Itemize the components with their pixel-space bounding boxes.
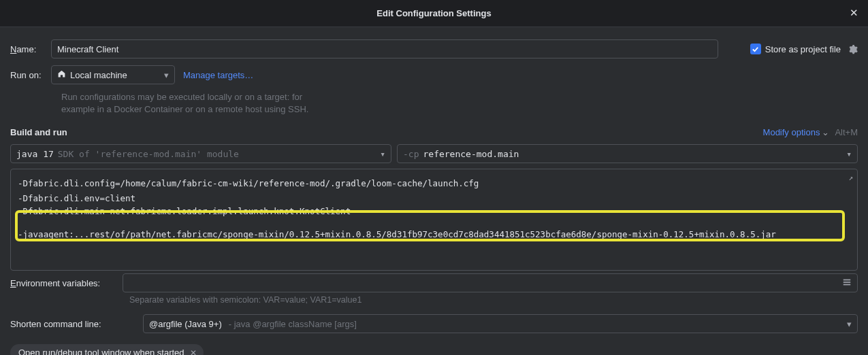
shorten-placeholder: - java @argfile className [args]: [229, 319, 357, 329]
shorten-value: @argfile (Java 9+): [149, 319, 222, 329]
list-icon[interactable]: [842, 277, 852, 289]
chip-label: Open run/debug tool window when started: [18, 348, 184, 355]
store-as-project-label: Store as project file: [765, 44, 841, 54]
chevron-down-icon: ▾: [847, 319, 852, 329]
env-label: Environment variables:: [10, 278, 116, 288]
shorten-select[interactable]: @argfile (Java 9+) - java @argfile class…: [143, 314, 858, 333]
classpath-select[interactable]: -cp reference-mod.main ▾: [397, 144, 858, 163]
modify-options-link[interactable]: Modify options ⌄: [763, 127, 830, 137]
svg-rect-2: [843, 284, 851, 285]
cp-value: reference-mod.main: [423, 149, 519, 159]
chevron-down-icon: ▾: [164, 70, 169, 80]
vmopt-line-highlighted: -javaagent:...rest/of/path/net.fabricmc/…: [18, 227, 850, 242]
env-row: Environment variables:: [10, 273, 858, 292]
cp-prefix: -cp: [403, 149, 419, 159]
runon-row: Run on: Local machine ▾ Manage targets…: [10, 65, 858, 84]
dialog-title: Edit Configuration Settings: [376, 8, 491, 18]
name-input[interactable]: [51, 39, 718, 58]
env-hint: Separate variables with semicolon: VAR=v…: [129, 295, 858, 305]
sdk-select[interactable]: java 17 SDK of 'reference-mod.main' modu…: [10, 144, 391, 163]
name-row: Name: Store as project file: [10, 39, 858, 58]
runon-label: Run on:: [10, 70, 51, 80]
chevron-down-icon: ⌄: [822, 127, 829, 137]
shorten-label: Shorten command line:: [10, 319, 136, 329]
modify-shortcut: Alt+M: [835, 127, 858, 137]
vm-options-textarea[interactable]: ↗ -Dfabric.dli.config=/home/calum/fabric…: [10, 169, 858, 271]
expand-icon[interactable]: ↗: [848, 173, 853, 182]
manage-targets-link[interactable]: Manage targets…: [183, 70, 253, 80]
close-icon[interactable]: ✕: [850, 7, 858, 19]
chevron-down-icon: ▾: [380, 149, 385, 159]
option-chip-open-tool-window[interactable]: Open run/debug tool window when started …: [10, 344, 204, 355]
sdk-placeholder: SDK of 'reference-mod.main' module: [58, 149, 239, 159]
sdk-name: java 17: [16, 149, 54, 159]
name-label: Name:: [10, 44, 51, 54]
env-input[interactable]: [123, 273, 858, 292]
chevron-down-icon: ▾: [846, 149, 852, 159]
shorten-row: Shorten command line: @argfile (Java 9+)…: [10, 314, 858, 333]
store-as-project-checkbox[interactable]: [750, 44, 761, 54]
vmopt-line: -Dfabric.dli.main=net.fabricmc.loader.im…: [18, 204, 850, 219]
runon-value: Local machine: [70, 70, 127, 80]
titlebar: Edit Configuration Settings ✕: [0, 0, 868, 27]
runon-hint: Run configurations may be executed local…: [61, 91, 334, 115]
vmopt-line: -Dfabric.dli.config=/home/calum/fabric-c…: [18, 176, 850, 191]
chip-close-icon[interactable]: ✕: [190, 348, 197, 355]
build-run-header: Build and run Modify options ⌄ Alt+M: [10, 127, 858, 137]
home-icon: [57, 69, 66, 80]
gear-icon[interactable]: [848, 44, 858, 54]
runon-select[interactable]: Local machine ▾: [51, 65, 175, 84]
build-run-title: Build and run: [10, 127, 67, 137]
svg-rect-0: [843, 279, 851, 280]
svg-rect-1: [843, 282, 851, 283]
